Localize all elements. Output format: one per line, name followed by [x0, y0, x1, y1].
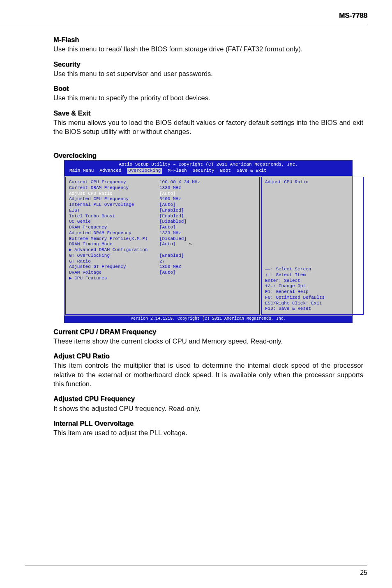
- bios-row-selected[interactable]: Adjust CPU Ratio[Auto]: [69, 191, 256, 197]
- bios-screenshot: Aptio Setup Utility – Copyright (C) 2011…: [64, 160, 353, 323]
- bios-row[interactable]: DRAM Frequency[Auto]: [69, 225, 256, 231]
- cursor-icon: ↖: [189, 241, 192, 247]
- body-saveexit: This menu allows you to load the BIOS de…: [53, 118, 363, 136]
- bios-row[interactable]: Adjusted CPU Frequency3400 MHz: [69, 196, 256, 202]
- bios-row[interactable]: ▶ Advanced DRAM Configuration: [69, 247, 256, 253]
- bios-help-key: F1: General Help: [265, 289, 360, 295]
- heading-intpll: Internal PLL Overvoltage: [53, 419, 363, 428]
- heading-saveexit: Save & Exit: [53, 108, 363, 118]
- heading-mflash: M-Flash: [53, 35, 363, 44]
- bios-help-key: Enter: Select: [265, 278, 360, 284]
- heading-boot: Boot: [53, 84, 363, 93]
- bios-row[interactable]: DRAM Timing Mode[Auto]: [69, 242, 256, 247]
- body-boot: Use this menu to specify the priority of…: [53, 93, 363, 102]
- bios-help-title: Adjust CPU Ratio: [265, 180, 360, 185]
- bios-tab-mflash[interactable]: M-Flash: [168, 168, 187, 174]
- top-rule: [0, 24, 367, 24]
- bios-help-key: +/-: Change Opt.: [265, 284, 360, 289]
- bios-help-key: F6: Optimized Defaults: [265, 295, 360, 301]
- bios-tab-main[interactable]: Main Menu: [69, 168, 94, 174]
- bios-row[interactable]: GT OverClocking[Enabled]: [69, 253, 256, 259]
- heading-adjustratio: Adjust CPU Ratio: [53, 351, 363, 360]
- bios-tabs: Main Menu Advanced Overclocking M-Flash …: [67, 168, 350, 174]
- bios-help-key: ESC/Right Click: Exit: [265, 301, 360, 307]
- bios-help-key: F10: Save & Reset: [265, 306, 360, 312]
- body-intpll: This item are used to adjust the PLL vol…: [53, 428, 363, 437]
- bios-help-panel: Adjust CPU Ratio →←: Select Screen ↑↓: S…: [261, 177, 364, 315]
- bios-help-keys: →←: Select Screen ↑↓: Select Item Enter:…: [265, 267, 360, 312]
- bios-row[interactable]: Extreme Memory Profile(X.M.P)[Disabled]: [69, 236, 256, 242]
- body-security: Use this menu to set supervisor and user…: [53, 69, 363, 78]
- bios-row[interactable]: Adjusted DRAM Frequency1333 MHz: [69, 231, 256, 236]
- heading-adjcpu: Adjusted CPU Frequency: [53, 394, 363, 403]
- bios-tab-security[interactable]: Security: [193, 168, 214, 174]
- heading-security: Security: [53, 60, 363, 69]
- bios-tab-overclocking[interactable]: Overclocking: [127, 168, 162, 174]
- heading-overclocking: Overclocking: [53, 151, 363, 160]
- bios-settings-panel: Current CPU Frequency100.00 X 34 MHz Cur…: [65, 177, 260, 315]
- header-model: MS-7788: [339, 12, 367, 20]
- bios-footer: Version 2.14.1219. Copyright (C) 2011 Am…: [65, 316, 352, 323]
- bios-title: Aptio Setup Utility – Copyright (C) 2011…: [67, 162, 350, 168]
- bios-row[interactable]: OC Genie[Disabled]: [69, 219, 256, 225]
- bottom-rule: [25, 565, 367, 565]
- bios-help-key: →←: Select Screen: [265, 267, 360, 272]
- bios-row[interactable]: GT Ratio27: [69, 259, 256, 265]
- bios-tab-advanced[interactable]: Advanced: [99, 168, 121, 174]
- bios-tab-boot[interactable]: Boot: [220, 168, 231, 174]
- page-number: 25: [360, 569, 367, 576]
- bios-row[interactable]: Intel Turbo Boost[Enabled]: [69, 214, 256, 219]
- bios-tab-saveexit[interactable]: Save & Exit: [237, 168, 267, 174]
- bios-row[interactable]: ▶ CPU Features: [69, 276, 256, 281]
- bios-header: Aptio Setup Utility – Copyright (C) 2011…: [65, 161, 352, 175]
- bios-row[interactable]: Current DRAM Frequency1333 MHz: [69, 185, 256, 191]
- heading-curfreq: Current CPU / DRAM Frequency: [53, 327, 363, 336]
- bios-row[interactable]: EIST[Enabled]: [69, 208, 256, 214]
- bios-row[interactable]: DRAM Voltage[Auto]: [69, 270, 256, 276]
- body-adjcpu: It shows the adjusted CPU frequency. Rea…: [53, 404, 363, 413]
- body-mflash: Use this menu to read/ flash the BIOS fo…: [53, 44, 363, 53]
- bios-row[interactable]: Current CPU Frequency100.00 X 34 MHz: [69, 180, 256, 185]
- bios-row[interactable]: Internal PLL Overvoltage[Auto]: [69, 202, 256, 208]
- bios-help-key: ↑↓: Select Item: [265, 272, 360, 278]
- bios-row[interactable]: Adjusted GT Frequency1350 MHZ: [69, 264, 256, 270]
- body-adjustratio: This item controls the multiplier that i…: [53, 361, 363, 388]
- body-curfreq: These items show the current clocks of C…: [53, 337, 363, 346]
